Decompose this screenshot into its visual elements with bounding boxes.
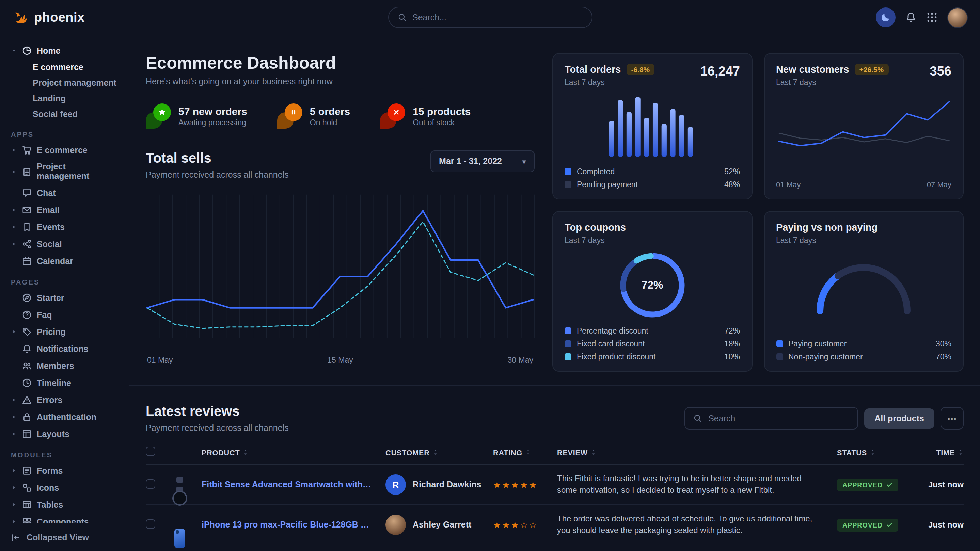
sidebar-item-label: Home [37, 46, 60, 56]
product-link[interactable]: Fitbit Sense Advanced Smartwatch with To… [202, 480, 385, 489]
column-header-status[interactable]: STATUS [837, 448, 913, 456]
legend-swatch [776, 340, 783, 347]
sidebar-section-modules: MODULES [11, 451, 118, 459]
table-icon [22, 500, 32, 510]
legend-swatch [565, 181, 571, 188]
card-new-customers: New customers +26.5% Last 7 days 356 01 … [764, 53, 964, 199]
sidebar-item-chat[interactable]: Chat [7, 184, 122, 202]
caret-spacer [11, 312, 17, 318]
user-avatar[interactable] [947, 7, 968, 27]
total-sells-chart: 01 May 15 May 30 May [146, 191, 535, 364]
sidebar-item-authentication[interactable]: Authentication [7, 408, 122, 426]
page-subtitle: Here's what's going on at your business … [146, 77, 535, 86]
search-input[interactable] [412, 13, 582, 22]
main-content: Ecommerce Dashboard Here's what's going … [129, 35, 980, 551]
sidebar-subitem-social-feed[interactable]: Social feed [7, 106, 122, 122]
sidebar-item-label: Timeline [37, 378, 71, 387]
tag-icon [22, 327, 32, 337]
column-header-time[interactable]: TIME [913, 448, 964, 456]
paying-legend: Paying customer30%Non-paying customer70% [776, 335, 951, 361]
share-icon [22, 239, 32, 249]
legend-label: Fixed card discount [577, 340, 644, 348]
sidebar-collapse-button[interactable]: Collapsed View [0, 523, 129, 551]
sidebar-item-timeline[interactable]: Timeline [7, 374, 122, 391]
x-icon [392, 108, 401, 116]
column-header-rating[interactable]: RATING [493, 448, 557, 456]
stat-icon [146, 103, 171, 129]
product-link[interactable]: iPhone 13 pro max-Pacific Blue-128GB sto… [202, 520, 385, 530]
sidebar-item-events[interactable]: Events [7, 219, 122, 235]
legend-item-fixed-product-discount: Fixed product discount10% [565, 353, 740, 361]
sidebar-subitem-landing[interactable]: Landing [7, 91, 122, 106]
caret-right-icon [11, 147, 17, 153]
sidebar-subitem-e-commerce[interactable]: E commerce [7, 59, 122, 75]
column-header-product[interactable]: PRODUCT [202, 448, 385, 456]
sidebar-item-home[interactable]: Home [7, 42, 122, 59]
row-checkbox[interactable] [146, 446, 155, 456]
sidebar-item-faq[interactable]: Faq [7, 306, 122, 323]
sidebar-item-icons[interactable]: Icons [7, 479, 122, 496]
sidebar-item-errors[interactable]: Errors [7, 391, 122, 408]
date-range-value: Mar 1 - 31, 2022 [439, 157, 502, 166]
sidebar-item-forms[interactable]: Forms [7, 462, 122, 479]
sidebar-item-label: Starter [37, 293, 64, 303]
reviews-search-input[interactable] [708, 413, 849, 423]
legend-item-percentage-discount: Percentage discount72% [565, 327, 740, 335]
card-title: New customers [776, 64, 849, 75]
card-title: Top coupons [565, 222, 626, 233]
card-title: Total orders [565, 64, 621, 75]
caret-right-icon [11, 431, 17, 437]
column-header-review[interactable]: REVIEW [557, 448, 837, 456]
paying-gauge-chart [776, 252, 951, 315]
search-icon [693, 414, 702, 423]
brand-logo[interactable]: phoenix [12, 9, 85, 26]
sidebar-item-members[interactable]: Members [7, 357, 122, 374]
total-sells-subtitle: Payment received across all channels [146, 170, 289, 180]
all-products-button[interactable]: All products [864, 408, 934, 429]
sidebar: HomeE commerceProject managementLandingS… [0, 35, 129, 551]
stat-value: 5 orders [310, 105, 350, 117]
dashboard-left: Ecommerce Dashboard Here's what's going … [146, 53, 535, 372]
column-header-customer[interactable]: CUSTOMER [385, 448, 493, 456]
sidebar-item-layouts[interactable]: Layouts [7, 426, 122, 442]
navbar-search[interactable] [388, 7, 592, 28]
apps-grid-button[interactable] [926, 11, 938, 23]
column-label: TIME [936, 448, 955, 456]
reviews-search[interactable] [684, 407, 858, 429]
users-icon [22, 361, 32, 371]
sidebar-item-pricing[interactable]: Pricing [7, 323, 122, 340]
card-value: 16,247 [700, 64, 740, 79]
trend-badge: +26.5% [854, 64, 888, 75]
notifications-button[interactable] [905, 11, 917, 23]
legend-item-pending-payment: Pending payment48% [565, 180, 740, 189]
sidebar-item-email[interactable]: Email [7, 202, 122, 219]
sidebar-item-calendar[interactable]: Calendar [7, 252, 122, 270]
sidebar-item-project-management[interactable]: Project management [7, 159, 122, 184]
row-checkbox[interactable] [146, 479, 155, 488]
new-customers-x-axis: 01 May 07 May [776, 180, 951, 189]
sidebar-item-components[interactable]: Components [7, 513, 122, 523]
x-label: 07 May [927, 180, 951, 189]
legend-label: Paying customer [788, 340, 846, 348]
sidebar-item-tables[interactable]: Tables [7, 496, 122, 513]
review-time: Just now [913, 520, 964, 530]
more-options-button[interactable]: ⋯ [940, 407, 964, 429]
legend-value: 10% [724, 353, 740, 361]
x-label: 01 May [776, 180, 800, 189]
warning-icon [22, 395, 32, 405]
sidebar-subitem-project-management[interactable]: Project management [7, 75, 122, 91]
sidebar-item-starter[interactable]: Starter [7, 289, 122, 306]
stats-row: 57 new ordersAwating processing5 ordersO… [146, 103, 535, 129]
legend-swatch [565, 340, 571, 347]
sidebar-item-social[interactable]: Social [7, 235, 122, 252]
sidebar-item-notifications[interactable]: Notifications [7, 340, 122, 357]
row-checkbox[interactable] [146, 519, 155, 529]
stat-caption: On hold [310, 118, 350, 127]
sidebar-item-label: Icons [37, 483, 59, 492]
theme-toggle-button[interactable] [876, 8, 896, 27]
sidebar-item-e-commerce[interactable]: E commerce [7, 141, 122, 159]
customer-cell: Ashley Garrett [385, 514, 493, 535]
stat-circle [285, 103, 302, 121]
sidebar-item-label: Layouts [37, 429, 70, 439]
date-range-select[interactable]: Mar 1 - 31, 2022 ▾ [430, 151, 535, 172]
